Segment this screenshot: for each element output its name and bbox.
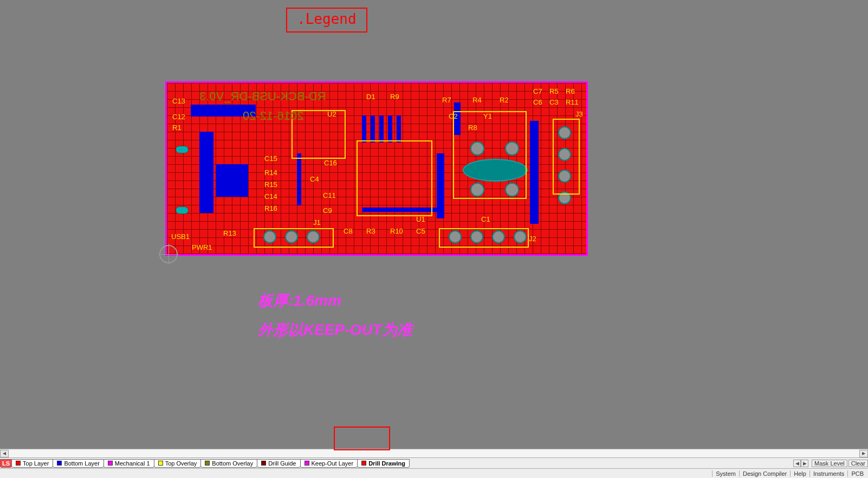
ref-r2: R2: [500, 96, 509, 104]
trace: [530, 121, 539, 224]
ref-r6: R6: [566, 87, 575, 95]
tab-label: Bottom Overlay: [212, 460, 253, 467]
ref-r9: R9: [390, 93, 399, 101]
tab-top-overlay[interactable]: Top Overlay: [154, 459, 202, 468]
scroll-track[interactable]: [9, 450, 859, 457]
trace: [216, 164, 248, 197]
y1-outline: [453, 111, 527, 199]
tab-mechanical-1[interactable]: Mechanical 1: [103, 459, 154, 468]
silk-title: RD-BCK-USB-DR_V0.3: [199, 89, 326, 104]
trace: [388, 115, 392, 143]
ref-c3: C3: [549, 98, 559, 106]
ref-c2: C2: [449, 112, 458, 120]
ref-c6: C6: [533, 98, 542, 106]
j1-outline: [254, 228, 334, 248]
status-instruments[interactable]: Instruments: [809, 470, 847, 477]
trace: [437, 153, 444, 218]
ref-c9: C9: [323, 206, 332, 215]
ref-pwr1: PWR1: [192, 243, 212, 251]
scroll-left-icon[interactable]: ◀: [0, 450, 9, 457]
tab-top-layer[interactable]: Top Layer: [11, 459, 53, 468]
tab-highlight: [334, 427, 390, 450]
ref-r7: R7: [442, 96, 451, 104]
ref-u1: U1: [416, 215, 425, 223]
swatch-icon: [158, 461, 163, 466]
h-scrollbar[interactable]: ◀ ▶: [0, 449, 868, 457]
swatch-icon: [16, 461, 21, 466]
mask-level: Mask Level Clear: [811, 460, 868, 467]
swatch-icon: [361, 461, 366, 466]
tab-label: Drill Guide: [268, 460, 296, 467]
swatch-icon: [261, 461, 266, 466]
usb-pad: [176, 146, 189, 153]
swatch-icon: [205, 461, 210, 466]
ref-r8: R8: [468, 124, 477, 132]
tab-bottom-layer[interactable]: Bottom Layer: [53, 459, 103, 468]
annot-thickness: 板厚:1.6mm: [258, 290, 341, 311]
tab-next-icon[interactable]: ▶: [801, 460, 808, 467]
layer-tab-bar: LS Top Layer Bottom Layer Mechanical 1 T…: [0, 457, 868, 468]
clear-button[interactable]: Clear: [848, 460, 868, 467]
trace: [397, 115, 401, 143]
ref-r11: R11: [566, 98, 579, 106]
ref-r13: R13: [223, 229, 236, 237]
swatch-icon: [305, 461, 309, 466]
trace: [297, 153, 301, 205]
ref-r1: R1: [172, 124, 182, 132]
ref-r14: R14: [264, 169, 277, 177]
status-bar: System Design Compiler Help Instruments …: [0, 468, 868, 478]
u1-outline: [357, 140, 432, 216]
tab-label: Drill Drawing: [368, 460, 405, 467]
pcb-canvas[interactable]: .Legend RD-BCK-USB-DR_V0.3 2016-12-20 C1…: [0, 0, 868, 449]
status-system[interactable]: System: [712, 470, 739, 477]
pcb-board[interactable]: RD-BCK-USB-DR_V0.3 2016-12-20 C13 C12 R1…: [165, 81, 588, 256]
origin-marker: [159, 245, 178, 263]
ref-j3: J3: [575, 110, 583, 118]
trace: [199, 132, 213, 213]
tab-bottom-overlay[interactable]: Bottom Overlay: [200, 459, 257, 468]
tab-prev-icon[interactable]: ◀: [793, 460, 801, 467]
tab-label: Top Overlay: [165, 460, 197, 467]
legend-label: .Legend: [286, 8, 367, 33]
ref-d1: D1: [366, 93, 375, 101]
ref-j2: J2: [529, 235, 536, 243]
tab-drill-drawing[interactable]: Drill Drawing: [357, 459, 410, 468]
ref-c8: C8: [344, 227, 353, 235]
ref-r15: R15: [264, 180, 277, 189]
annot-outline: 外形以KEEP-OUT为准: [258, 320, 412, 340]
ref-c12: C12: [172, 113, 185, 121]
ref-r5: R5: [549, 87, 559, 95]
ref-r10: R10: [390, 227, 403, 235]
tab-keep-out[interactable]: Keep-Out Layer: [300, 459, 358, 468]
trace: [362, 115, 366, 143]
mask-label: Mask Level: [812, 460, 847, 467]
swatch-icon: [108, 461, 113, 466]
ref-r3: R3: [366, 227, 375, 235]
ref-r16: R16: [264, 204, 277, 212]
tab-label: Mechanical 1: [115, 460, 150, 467]
silk-date: 2016-12-20: [243, 109, 304, 123]
swatch-icon: [57, 461, 62, 466]
tab-nav: ◀ ▶: [793, 460, 808, 467]
j2-outline: [439, 228, 529, 248]
status-design-compiler[interactable]: Design Compiler: [739, 470, 790, 477]
tab-label: Keep-Out Layer: [312, 460, 354, 467]
j3-outline: [553, 119, 580, 195]
trace: [371, 115, 375, 143]
tab-ls[interactable]: LS: [0, 459, 12, 468]
ref-usb1: USB1: [171, 232, 190, 241]
ref-c5: C5: [416, 227, 425, 235]
ref-c14: C14: [264, 192, 277, 201]
ref-r4: R4: [472, 96, 482, 104]
ref-c11: C11: [323, 191, 336, 199]
scroll-right-icon[interactable]: ▶: [859, 450, 868, 457]
tab-drill-guide[interactable]: Drill Guide: [257, 459, 300, 468]
status-help[interactable]: Help: [790, 470, 809, 477]
ref-y1: Y1: [483, 112, 492, 120]
ref-c15: C15: [264, 154, 277, 163]
ref-j1: J1: [313, 218, 321, 227]
ref-c13: C13: [172, 97, 185, 105]
tab-label: Bottom Layer: [64, 460, 99, 467]
status-pcb[interactable]: PCB: [847, 470, 867, 477]
ref-c16: C16: [324, 159, 337, 167]
